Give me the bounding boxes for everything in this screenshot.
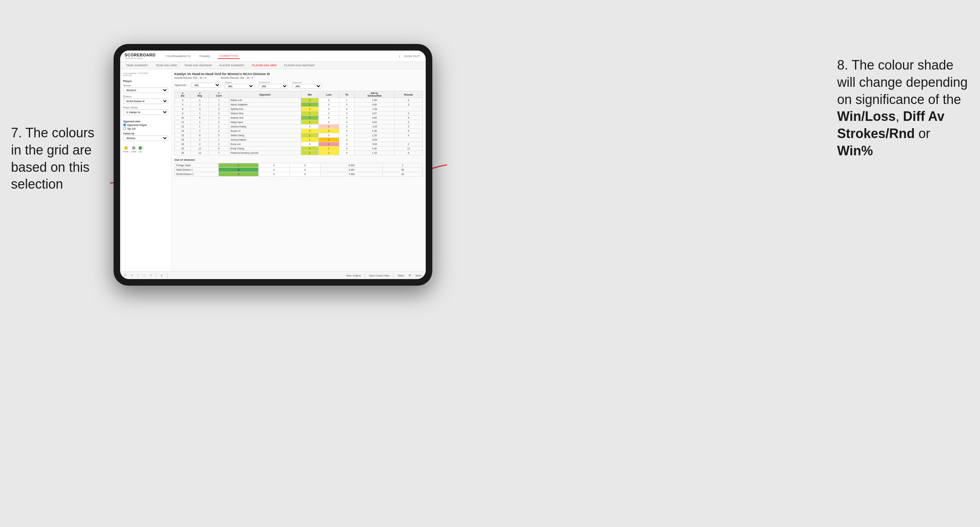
layout-button[interactable]: ⊞ [408, 273, 412, 277]
redo-button[interactable]: ↪ [130, 273, 134, 277]
logo-sub: Powered by clippd [124, 57, 155, 59]
cell-out-loss: 0 [258, 172, 290, 176]
annotation-right-bold3: Win% [837, 143, 873, 158]
cell-opponent: Jessica Huang [229, 124, 301, 129]
subnav-team-summary[interactable]: TEAM SUMMARY [124, 63, 150, 67]
division-select[interactable]: NCAA Division III NCAA Division I NCAA D… [123, 98, 168, 104]
conference-select[interactable]: (All) [259, 84, 288, 89]
player-rank-select[interactable]: 8. Katelyn Vo [123, 110, 168, 115]
cell-out-tie: 0 [290, 172, 321, 176]
subnav-player-summary[interactable]: PLAYER SUMMARY [218, 63, 246, 67]
radio-top100-input[interactable] [123, 127, 126, 130]
gender-select[interactable]: Women's Men's [123, 87, 168, 93]
nav-tournaments[interactable]: TOURNAMENTS [164, 54, 192, 59]
clock-button[interactable]: ⏱ [159, 274, 164, 277]
opponent-filter: Opponent (All) [292, 81, 322, 89]
table-row: 15 8 5 Stella Cheng 1 0 0 1.25 4 [175, 133, 423, 138]
cell-tie: 0 [339, 151, 354, 155]
radio-opponents-played-input[interactable] [123, 124, 126, 126]
logo-text: SCOREBOARD [124, 53, 155, 57]
cell-loss: 0 [319, 103, 339, 107]
opponents-filter-label: Opponents: [174, 84, 187, 86]
main-table-body: 3 1 1 Esther Lee 1 0 1 1.50 4 5 2 2 Alex… [175, 98, 423, 155]
cell-conf: 5 [209, 133, 229, 138]
opponent-view-label: Opponent view [123, 120, 168, 123]
nav-teams[interactable]: TEAMS [198, 54, 212, 59]
subnav-team-h2h-heatmap[interactable]: TEAM H2H HEATMAP [183, 63, 213, 67]
cell-rounds [395, 138, 423, 142]
watch-button[interactable]: Watch [396, 274, 405, 277]
save-custom-view-button[interactable]: Save Custom View [368, 274, 391, 277]
cell-reg: 2 [191, 142, 209, 146]
cell-opponent: Heejo Hyun [229, 120, 301, 124]
cell-diff: -5.00 [355, 142, 395, 146]
cell-out-rounds: 2 [383, 163, 423, 168]
cell-tie: 0 [339, 120, 354, 124]
th-rounds: Rounds [395, 91, 423, 98]
cell-rounds: 2 [395, 124, 423, 129]
opponent-select[interactable]: (All) [292, 84, 322, 89]
cell-loss: 0 [319, 116, 339, 120]
share-button[interactable]: Share [414, 274, 423, 277]
cell-loss: 0 [319, 120, 339, 124]
cell-reg: 1 [191, 111, 209, 116]
overall-record-value: 353 - 34 - 6 [193, 76, 206, 79]
cell-conf: 4 [209, 111, 229, 116]
cell-div: 10 [175, 116, 191, 120]
cell-opponent: Jessica Mason [229, 138, 301, 142]
region-select[interactable]: (All) [225, 84, 254, 89]
paste-button[interactable]: ✂ [149, 273, 153, 277]
table-row: 18 2 2 Euna Lee 0 2 0 -5.00 2 [175, 142, 423, 146]
colour-by-select[interactable]: Win/loss Diff Av Strokes/Rnd Win% [123, 135, 168, 141]
cell-win: 1 [301, 138, 318, 142]
logo-area: SCOREBOARD Powered by clippd [124, 53, 155, 59]
table-row: 16 2 1 Jessica Mason 1 2 0 -0.94 [175, 138, 423, 142]
cell-loss: 2 [319, 142, 339, 146]
cell-rounds: 3 [395, 103, 423, 107]
subnav-player-h2h-heatmap[interactable]: PLAYER H2H HEATMAP [282, 63, 316, 67]
view-original-button[interactable]: View: Original [345, 274, 362, 277]
toolbar-right: View: Original Save Custom View Watch ⊞ … [345, 273, 423, 278]
radio-top100[interactable]: Top 100 [123, 127, 168, 130]
table-row: 11 1 2 Heejo Hyun 1 0 0 3.33 3 [175, 120, 423, 124]
cell-out-win: 5 [219, 172, 259, 176]
player-section-title: Player [123, 79, 168, 83]
cell-loss: 1 [319, 151, 339, 155]
cell-tie: 0 [339, 146, 354, 151]
cell-diff: 3.67 [355, 111, 395, 116]
opponents-filter-select[interactable]: (All) [191, 83, 221, 87]
cell-out-diff: 7.400 [321, 172, 383, 176]
cell-rounds: 3 [395, 120, 423, 124]
undo-button[interactable]: ↩ [123, 273, 127, 277]
cell-tie: 0 [339, 133, 354, 138]
cell-div: 13 [175, 124, 191, 129]
subnav-team-h2h-grid[interactable]: TEAM H2H GRID [154, 63, 179, 67]
toolbar-separator-4 [393, 273, 393, 278]
cell-reg: 8 [191, 133, 209, 138]
cell-reg: 1 [191, 98, 209, 103]
sign-out-button[interactable]: Sign out [402, 54, 421, 59]
cell-conf: 6 [209, 146, 229, 151]
last-updated: Last Updated: 27/03/2024 16:55:38 [123, 72, 168, 76]
colour-item-down: Down [123, 146, 129, 153]
cell-tie: 0 [339, 142, 354, 146]
th-diff: Diff AvStrokes/Rnd [355, 91, 395, 98]
cell-reg: 3 [191, 107, 209, 111]
division-record: Division Record: 331 - 34 - 6 [221, 76, 253, 79]
subnav-player-h2h-grid[interactable]: PLAYER H2H GRID [251, 63, 278, 67]
radio-opponents-played[interactable]: Opponents Played [123, 124, 168, 126]
nav-committee[interactable]: COMMITTEE [218, 54, 240, 59]
forward-button[interactable]: ⟩ [136, 273, 140, 277]
cell-loss: 1 [319, 146, 339, 151]
region-filter: Region (All) [225, 81, 254, 89]
cell-rounds: 6 [395, 151, 423, 155]
cell-win: 1 [301, 107, 318, 111]
copy-button[interactable]: ⬚ [142, 273, 146, 277]
cell-loss: 2 [319, 138, 339, 142]
cell-diff: 4.00 [355, 103, 395, 107]
cell-out-diff: 9.267 [321, 168, 383, 172]
cell-diff: -1.00 [355, 107, 395, 111]
cell-div: 14 [175, 129, 191, 133]
cell-tie: 0 [339, 138, 354, 142]
cell-conf: 1 [209, 124, 229, 129]
